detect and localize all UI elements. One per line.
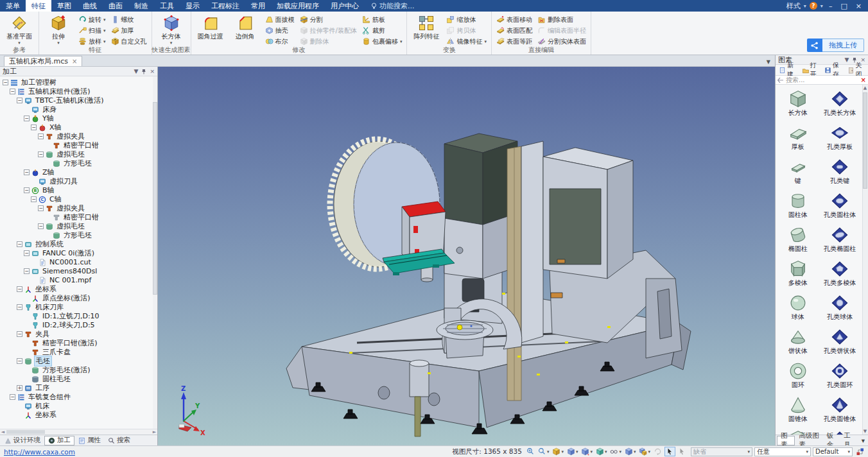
help-icon[interactable]: ? — [810, 2, 817, 10]
ribbon-button[interactable]: 筋板 — [360, 14, 404, 25]
tab-list-chevron-icon[interactable]: ▼ — [765, 58, 772, 66]
tree-item[interactable]: 圆柱毛坯 — [0, 374, 157, 383]
tree-item[interactable]: −TBTC-五轴机床(激活) — [0, 96, 157, 105]
env-tab-属性[interactable]: 属性 — [75, 436, 104, 445]
primitive-item[interactable]: 圆柱体 — [777, 189, 819, 223]
expand-toggle[interactable]: − — [24, 116, 30, 121]
expand-toggle[interactable]: − — [17, 358, 22, 364]
menu-tab-11[interactable]: 用户中心 — [325, 0, 365, 12]
menu-tab-9[interactable]: 常用 — [245, 0, 271, 12]
library-tab-图素[interactable]: 图素 — [777, 436, 795, 445]
ribbon-button[interactable]: 抽壳 — [263, 25, 297, 36]
expand-toggle[interactable]: − — [3, 80, 8, 85]
ribbon-button[interactable]: 长方体▾ — [155, 13, 188, 47]
ribbon-button[interactable]: 表面移动 — [494, 14, 534, 25]
restore-button[interactable]: □ — [838, 2, 849, 10]
style-combo[interactable]: Default▾ — [813, 447, 853, 456]
tree-item[interactable]: −车铣复合组件 — [0, 392, 157, 401]
hscroll-thumb[interactable] — [6, 430, 45, 434]
tree-item[interactable]: −虚拟夹具 — [0, 203, 157, 212]
panel-pin-icon[interactable] — [141, 68, 146, 74]
env-tab-搜索[interactable]: 搜索 — [105, 436, 134, 445]
tree-item[interactable]: −FANUC 0i(激活) — [0, 248, 157, 257]
expand-toggle[interactable]: − — [24, 169, 30, 175]
caxa-link[interactable]: http://www.caxa.com — [4, 448, 75, 456]
primitive-item[interactable]: 孔类圆环 — [819, 359, 862, 393]
primitive-item[interactable]: 孔类多棱体 — [819, 257, 862, 291]
ribbon-button[interactable]: 圆角过渡 — [194, 13, 227, 47]
back-arrow-icon[interactable] — [777, 76, 783, 84]
view-cube-icon[interactable]: ▾ — [624, 447, 637, 456]
filter-combo[interactable]: 任意▾ — [754, 447, 811, 456]
ribbon-button[interactable]: 拉伸▾ — [42, 13, 75, 47]
tree-item[interactable]: −X轴 — [0, 123, 157, 132]
tree-item[interactable]: ID:1,立铣刀,D:10 — [0, 311, 157, 320]
function-search[interactable]: 功能搜索... — [365, 0, 421, 12]
expand-toggle[interactable]: − — [38, 223, 44, 229]
primitive-item[interactable]: 孔类圆锥体 — [819, 393, 862, 427]
ribbon-button[interactable]: 旋转▾ — [76, 14, 108, 25]
primitive-item[interactable]: 球体 — [777, 291, 819, 325]
ribbon-button[interactable]: 螺纹 — [109, 14, 149, 25]
tree-item[interactable]: −BB轴 — [0, 185, 157, 194]
menu-tab-1[interactable]: 特征 — [26, 0, 51, 12]
expand-toggle[interactable]: − — [38, 134, 44, 139]
vscroll-thumb[interactable] — [863, 92, 867, 189]
tree-item[interactable]: ID:2,球头刀,D:5 — [0, 320, 157, 329]
ribbon-button[interactable]: 阵列特征 — [410, 13, 443, 47]
primitive-item[interactable]: 孔类圆柱体 — [819, 189, 862, 223]
tree-item[interactable]: 精密平口钳 — [0, 212, 157, 221]
library-search[interactable]: 搜索... × — [776, 76, 868, 85]
close-button[interactable]: × — [853, 2, 864, 10]
scene-tree-mini-icon[interactable] — [856, 447, 864, 456]
expand-toggle[interactable]: − — [31, 125, 37, 130]
ribbon-button[interactable]: 扫描▾ — [76, 25, 108, 36]
expand-toggle[interactable]: − — [17, 98, 22, 103]
menu-tab-2[interactable]: 草图 — [51, 0, 77, 12]
primitive-item[interactable]: 孔类长方体 — [819, 87, 862, 121]
tree-item[interactable]: −机床刀库 — [0, 302, 157, 311]
document-tab[interactable]: 五轴机床布局.mcs × — [4, 56, 82, 66]
primitive-item[interactable] — [819, 427, 862, 435]
library-tab-高级图素[interactable]: 高级图素 — [795, 436, 822, 445]
tree-item[interactable]: −虚拟毛坯 — [0, 221, 157, 230]
style-menu[interactable]: 样式 — [786, 1, 801, 11]
move-view-icon[interactable]: ▾ — [580, 447, 593, 456]
menu-tab-8[interactable]: 工程标注 — [205, 0, 245, 12]
drag-upload-button[interactable]: 拖拽上传 — [807, 39, 864, 52]
scroll-up-icon[interactable]: ▲ — [862, 85, 868, 91]
tree-hscrollbar[interactable]: ◄ ► — [0, 429, 157, 435]
primitive-item[interactable]: 圆环 — [777, 359, 819, 393]
tree-item[interactable]: 精密平口钳(激活) — [0, 338, 157, 347]
primitive-item[interactable]: 孔类厚板 — [819, 121, 862, 155]
ribbon-button[interactable]: 删除表面 — [535, 14, 588, 25]
tree-item[interactable]: 方形毛坯 — [0, 159, 157, 168]
tree-item[interactable]: −Siemens840Dsl — [0, 266, 157, 275]
tree-item[interactable]: +工序 — [0, 383, 157, 392]
menu-tab-10[interactable]: 加载应用程序 — [271, 0, 325, 12]
primitive-item[interactable]: 饼状体 — [777, 325, 819, 359]
tree-item[interactable]: NC0001.cut — [0, 257, 157, 266]
tree-item[interactable]: −加工管理树 — [0, 78, 157, 87]
expand-toggle[interactable]: − — [24, 187, 30, 193]
clear-search-icon[interactable]: × — [861, 76, 866, 83]
primitive-item[interactable]: 键 — [777, 155, 819, 189]
tree-item[interactable]: 精密平口钳 — [0, 141, 157, 150]
tree-item[interactable]: 方形毛坯(激活) — [0, 365, 157, 374]
menu-tab-4[interactable]: 曲面 — [103, 0, 128, 12]
tree-item[interactable]: −虚拟毛坯 — [0, 150, 157, 159]
ribbon-button[interactable]: 裁剪 — [360, 25, 404, 36]
zoom-in-icon[interactable] — [526, 447, 535, 456]
tree-item[interactable]: 原点坐标(激活) — [0, 293, 157, 302]
ribbon-button[interactable]: 表面匹配 — [494, 25, 534, 36]
expand-toggle[interactable]: − — [17, 304, 22, 310]
visibility-icon[interactable]: ▾ — [609, 447, 622, 456]
primitive-item[interactable] — [777, 427, 819, 435]
expand-toggle[interactable]: − — [31, 196, 37, 202]
ribbon-button[interactable]: 面拔模 — [263, 14, 297, 25]
tree-vscrollbar[interactable] — [153, 76, 157, 429]
tree-item[interactable]: 坐标系 — [0, 410, 157, 419]
primitive-item[interactable]: 孔类饼状体 — [819, 325, 862, 359]
env-tab-设计环境[interactable]: 设计环境 — [1, 436, 44, 445]
env-tab-加工[interactable]: 加工 — [44, 436, 74, 445]
